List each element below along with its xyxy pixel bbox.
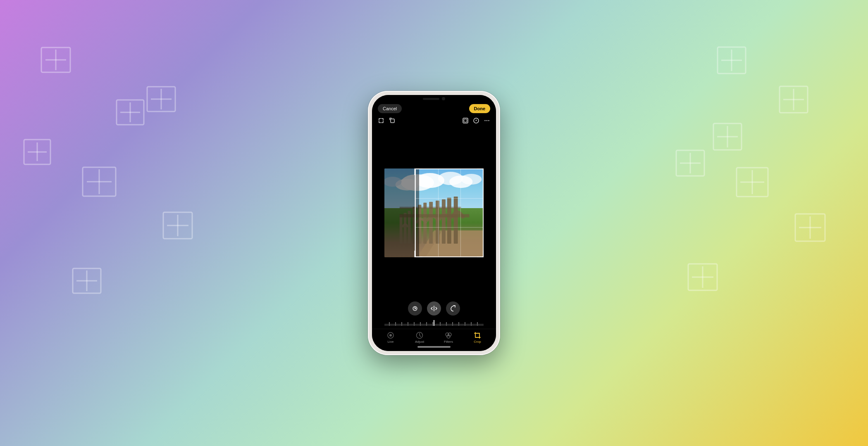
svg-rect-42 xyxy=(391,119,394,123)
rotate-icon[interactable] xyxy=(389,118,395,123)
home-bar xyxy=(417,346,451,348)
filters-label: Filters xyxy=(444,340,453,344)
face-id-dot xyxy=(442,97,445,100)
tab-live[interactable]: Live xyxy=(381,332,401,344)
tab-adjust[interactable]: Adjust xyxy=(410,332,429,344)
dial-track xyxy=(384,318,484,326)
notch-pill xyxy=(423,98,439,100)
phone-device: Cancel Done xyxy=(368,91,500,355)
controls-area xyxy=(372,298,496,329)
dynamic-island xyxy=(415,95,453,102)
tab-crop[interactable]: Crop xyxy=(467,332,487,344)
rotate-buttons xyxy=(376,301,492,316)
toolbar-left xyxy=(378,117,395,124)
flip-button[interactable] xyxy=(427,301,441,316)
live-icon xyxy=(387,332,394,339)
tab-filters[interactable]: Filters xyxy=(439,332,458,344)
more-icon[interactable] xyxy=(484,117,490,124)
layers-icon[interactable] xyxy=(462,117,469,124)
svg-rect-67 xyxy=(454,197,458,244)
svg-point-47 xyxy=(484,120,485,121)
toolbar-right xyxy=(462,117,490,124)
screen-content: Cancel Done xyxy=(372,95,496,351)
svg-point-49 xyxy=(488,120,489,121)
rotate-left-button[interactable] xyxy=(408,301,422,316)
svg-point-48 xyxy=(486,120,487,121)
phone-frame: Cancel Done xyxy=(368,91,500,355)
svg-point-55 xyxy=(461,174,482,185)
uncropped-overlay xyxy=(384,168,419,257)
rotate-right-button[interactable] xyxy=(446,301,460,316)
adjust-icon xyxy=(416,332,423,339)
svg-rect-43 xyxy=(463,118,468,123)
compass-icon[interactable] xyxy=(473,117,479,124)
photo-image xyxy=(384,168,484,257)
svg-rect-66 xyxy=(447,198,451,244)
home-indicator xyxy=(372,344,496,351)
photo-container xyxy=(384,168,484,257)
done-button[interactable]: Done xyxy=(469,104,491,113)
aspect-ratio-icon[interactable] xyxy=(378,117,384,124)
crop-label: Crop xyxy=(474,340,481,344)
phone-screen: Cancel Done xyxy=(372,95,496,351)
toolbar-row xyxy=(372,116,496,127)
photo-area[interactable] xyxy=(372,127,496,298)
svg-rect-65 xyxy=(442,199,446,244)
adjust-label: Adjust xyxy=(415,340,424,344)
crop-icon xyxy=(474,332,481,339)
svg-point-156 xyxy=(389,334,392,337)
svg-point-46 xyxy=(476,120,477,121)
tab-bar: Live Adjust xyxy=(372,329,496,344)
cancel-button[interactable]: Cancel xyxy=(378,104,402,113)
filters-icon xyxy=(445,332,452,339)
rotation-dial[interactable] xyxy=(376,318,492,326)
svg-rect-44 xyxy=(464,119,467,122)
live-label: Live xyxy=(388,340,394,344)
